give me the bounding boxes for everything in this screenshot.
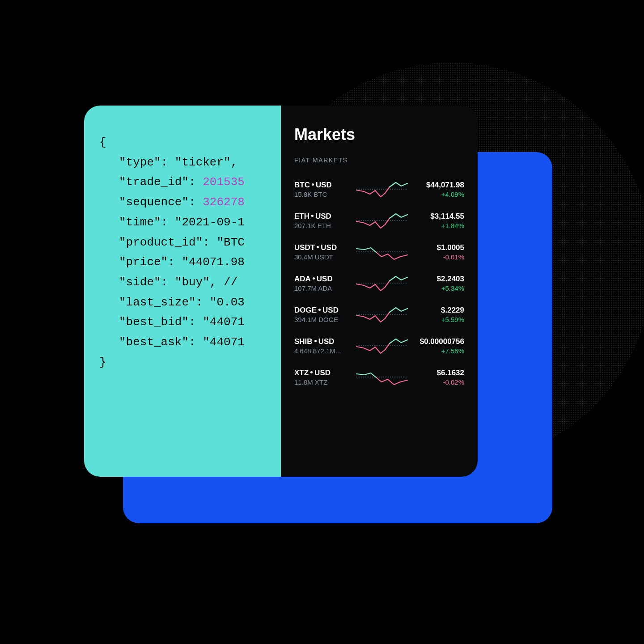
market-left: DOGEUSD394.1M DOGE <box>294 306 350 323</box>
code-line: "best_bid": "44071 <box>99 312 281 332</box>
market-price: $.2229 <box>414 306 464 315</box>
sparkline-icon <box>356 242 408 262</box>
market-volume: 11.8M XTZ <box>294 378 350 386</box>
market-right: $.2229+5.59% <box>414 306 464 323</box>
market-pair: XTZUSD <box>294 369 350 377</box>
market-left: USDTUSD30.4M USDT <box>294 243 350 261</box>
market-left: ETHUSD207.1K ETH <box>294 212 350 229</box>
code-line: "price": "44071.98 <box>99 252 281 272</box>
market-pair: SHIBUSD <box>294 337 350 346</box>
market-pair: BTCUSD <box>294 181 350 190</box>
separator-dot-icon <box>312 183 314 186</box>
market-volume: 4,648,872.1M... <box>294 347 350 355</box>
market-volume: 15.8K BTC <box>294 191 350 198</box>
market-change: -0.02% <box>414 378 464 386</box>
sparkline-icon <box>356 367 408 387</box>
market-volume: 394.1M DOGE <box>294 316 350 323</box>
market-row-usdt[interactable]: USDTUSD30.4M USDT$1.0005-0.01% <box>294 236 464 267</box>
market-volume: 30.4M USDT <box>294 253 350 261</box>
markets-list: BTCUSD15.8K BTC$44,071.98+4.09%ETHUSD207… <box>294 174 464 393</box>
sparkline-icon <box>356 304 408 325</box>
market-right: $3,114.55+1.84% <box>414 212 464 229</box>
code-line: "side": "buy", // <box>99 272 281 292</box>
market-right: $44,071.98+4.09% <box>414 181 464 198</box>
market-price: $3,114.55 <box>414 212 464 221</box>
market-row-eth[interactable]: ETHUSD207.1K ETH$3,114.55+1.84% <box>294 205 464 236</box>
market-right: $6.1632-0.02% <box>414 369 464 386</box>
market-change: +5.34% <box>414 284 464 292</box>
sparkline-icon <box>356 179 408 199</box>
separator-dot-icon <box>318 309 321 311</box>
market-row-shib[interactable]: SHIBUSD4,648,872.1M...$0.00000756+7.56% <box>294 330 464 361</box>
market-pair: ETHUSD <box>294 212 350 221</box>
separator-dot-icon <box>311 215 314 217</box>
separator-dot-icon <box>317 246 319 248</box>
market-left: XTZUSD11.8M XTZ <box>294 369 350 386</box>
code-line: "sequence": 326278 <box>99 192 281 212</box>
market-volume: 207.1K ETH <box>294 222 350 229</box>
market-change: +4.09% <box>414 191 464 198</box>
code-line: "last_size": "0.03 <box>99 292 281 313</box>
market-volume: 107.7M ADA <box>294 284 350 292</box>
market-price: $0.00000756 <box>414 337 464 346</box>
market-row-ada[interactable]: ADAUSD107.7M ADA$2.2403+5.34% <box>294 267 464 299</box>
sparkline-icon <box>356 210 408 231</box>
sparkline-icon <box>356 273 408 293</box>
sparkline-icon <box>356 335 408 356</box>
markets-subtitle: FIAT MARKETS <box>294 157 464 164</box>
market-pair: USDTUSD <box>294 243 350 252</box>
market-left: ADAUSD107.7M ADA <box>294 275 350 292</box>
market-row-doge[interactable]: DOGEUSD394.1M DOGE$.2229+5.59% <box>294 299 464 330</box>
code-line: } <box>99 352 281 373</box>
market-pair: ADAUSD <box>294 275 350 284</box>
separator-dot-icon <box>310 371 313 373</box>
market-right: $0.00000756+7.56% <box>414 337 464 355</box>
market-price: $44,071.98 <box>414 181 464 190</box>
market-change: +1.84% <box>414 222 464 229</box>
code-line: "best_ask": "44071 <box>99 332 281 352</box>
code-line: "trade_id": 201535 <box>99 172 281 192</box>
code-snippet-card: {"type": "ticker","trade_id": 201535"seq… <box>84 106 281 477</box>
market-row-btc[interactable]: BTCUSD15.8K BTC$44,071.98+4.09% <box>294 174 464 205</box>
code-line: "product_id": "BTC <box>99 233 281 253</box>
markets-panel: Markets FIAT MARKETS BTCUSD15.8K BTC$44,… <box>281 106 478 477</box>
market-change: +5.59% <box>414 316 464 323</box>
market-right: $2.2403+5.34% <box>414 275 464 292</box>
separator-dot-icon <box>314 340 317 342</box>
market-change: -0.01% <box>414 253 464 261</box>
code-line: { <box>99 132 281 153</box>
market-change: +7.56% <box>414 347 464 355</box>
markets-title: Markets <box>294 125 464 144</box>
code-line: "time": "2021-09-1 <box>99 212 281 233</box>
market-price: $2.2403 <box>414 275 464 284</box>
market-pair: DOGEUSD <box>294 306 350 315</box>
separator-dot-icon <box>313 277 315 280</box>
market-right: $1.0005-0.01% <box>414 243 464 261</box>
market-price: $1.0005 <box>414 243 464 252</box>
code-line: "type": "ticker", <box>99 153 281 173</box>
market-left: BTCUSD15.8K BTC <box>294 181 350 198</box>
market-price: $6.1632 <box>414 369 464 377</box>
market-row-xtz[interactable]: XTZUSD11.8M XTZ$6.1632-0.02% <box>294 361 464 393</box>
market-left: SHIBUSD4,648,872.1M... <box>294 337 350 355</box>
